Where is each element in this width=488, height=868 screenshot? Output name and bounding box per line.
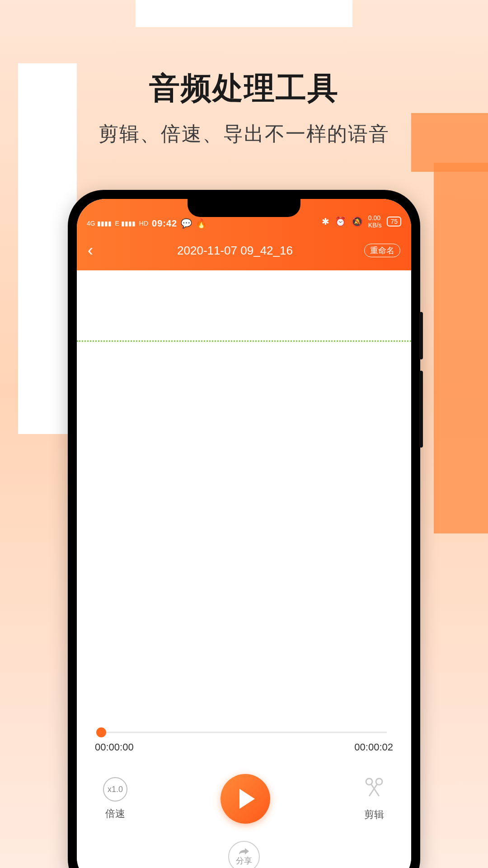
app-screen: 4G ▮▮▮▮ E ▮▮▮▮ HD 09:42 💬 🔥 ✱ ⏰ 🔕 0.00KB… — [77, 199, 411, 868]
share-button[interactable]: 分享 — [228, 841, 260, 868]
share-icon — [238, 847, 250, 856]
bluetooth-icon: ✱ — [322, 216, 329, 227]
total-time: 00:00:02 — [354, 741, 393, 753]
bg-decor — [434, 163, 488, 533]
cut-label: 剪辑 — [364, 808, 384, 821]
cut-button[interactable]: 剪辑 — [363, 776, 385, 821]
promo-subtitle: 剪辑、倍速、导出不一样的语音 — [0, 121, 488, 147]
speed-button[interactable]: x1.0 倍速 — [103, 777, 127, 821]
rename-button[interactable]: 重命名 — [364, 244, 400, 257]
net-speed: 0.00KB/s — [368, 214, 382, 229]
flame-icon: 🔥 — [196, 218, 207, 229]
speed-icon: x1.0 — [103, 777, 127, 802]
current-time: 00:00:00 — [95, 741, 134, 753]
chat-icon: 💬 — [181, 218, 192, 229]
alarm-icon: ⏰ — [335, 216, 346, 227]
svg-line-2 — [371, 784, 379, 796]
phone-notch — [188, 199, 300, 217]
waveform-track[interactable] — [77, 340, 411, 342]
phone-side-button — [419, 371, 423, 448]
phone-side-button — [419, 312, 423, 359]
page-title: 2020-11-07 09_42_16 — [106, 244, 364, 258]
title-bar: ‹ 2020-11-07 09_42_16 重命名 — [77, 231, 411, 270]
battery-icon: 75 — [387, 217, 401, 226]
signal-icon: 4G ▮▮▮▮ — [87, 220, 112, 227]
scissors-icon — [363, 776, 385, 802]
speed-label: 倍速 — [105, 807, 125, 821]
promo-title: 音频处理工具 — [0, 0, 488, 109]
phone-frame: 4G ▮▮▮▮ E ▮▮▮▮ HD 09:42 💬 🔥 ✱ ⏰ 🔕 0.00KB… — [68, 190, 420, 868]
content-area: 00:00:00 00:00:02 x1.0 倍速 — [77, 270, 411, 868]
svg-line-3 — [369, 784, 377, 796]
play-icon — [239, 789, 255, 809]
hd-icon: HD — [139, 220, 148, 227]
play-button[interactable] — [221, 774, 270, 824]
signal2-icon: E ▮▮▮▮ — [115, 220, 136, 227]
share-label: 分享 — [236, 855, 252, 866]
progress-knob[interactable] — [96, 727, 106, 737]
mute-icon: 🔕 — [352, 216, 363, 227]
back-button[interactable]: ‹ — [88, 241, 106, 260]
status-time: 09:42 — [152, 218, 177, 229]
progress-slider[interactable] — [101, 728, 387, 737]
